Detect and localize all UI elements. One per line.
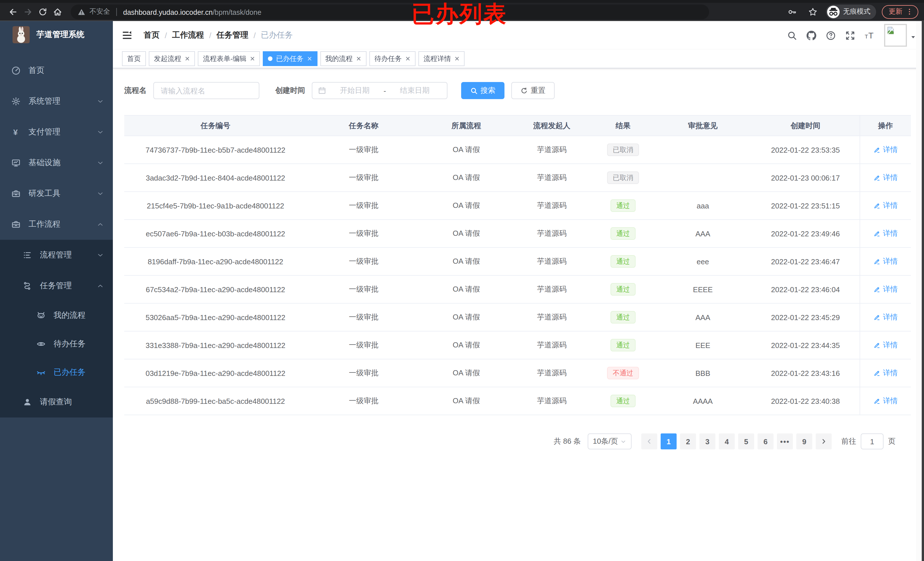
calendar-icon xyxy=(318,87,326,94)
sidebar-item-dev-tools[interactable]: 研发工具 xyxy=(0,178,113,209)
tab-process-detail[interactable]: 流程详情✕ xyxy=(418,51,465,66)
tab-my-process[interactable]: 我的流程✕ xyxy=(320,51,366,66)
breadcrumb-item[interactable]: 首页 xyxy=(144,30,160,40)
page-button-4[interactable]: 4 xyxy=(719,434,735,449)
page-button-9[interactable]: 9 xyxy=(796,434,812,449)
page-button-2[interactable]: 2 xyxy=(680,434,696,449)
pager-ellipsis[interactable]: ••• xyxy=(777,434,793,449)
process-name-label: 流程名 xyxy=(124,85,147,96)
detail-link[interactable]: 详情 xyxy=(873,172,898,183)
detail-link[interactable]: 详情 xyxy=(873,256,898,266)
column-header: 创建时间 xyxy=(751,120,860,131)
cell-comment: EEEE xyxy=(654,285,751,293)
detail-link[interactable]: 详情 xyxy=(873,145,898,155)
close-icon[interactable]: ✕ xyxy=(405,55,410,62)
cell-task-id: 74736737-7b9b-11ec-b5b7-acde48001122 xyxy=(124,145,307,154)
tab-start-process[interactable]: 发起流程✕ xyxy=(149,51,195,66)
sidebar-item-system[interactable]: 系统管理 xyxy=(0,86,113,117)
pager-prev-button[interactable] xyxy=(641,434,657,449)
cell-process: OA 请假 xyxy=(421,145,512,155)
close-icon[interactable]: ✕ xyxy=(454,55,459,62)
user-avatar[interactable] xyxy=(884,24,916,47)
cell-task-name: 一级审批 xyxy=(307,312,421,322)
sidebar-item-leave-query[interactable]: 请假查询 xyxy=(0,387,113,417)
password-key-icon[interactable] xyxy=(785,4,800,19)
cell-create-time: 2022-01-22 23:43:16 xyxy=(751,369,860,377)
fullscreen-icon[interactable] xyxy=(845,30,855,40)
window-scrollbar[interactable] xyxy=(922,21,924,561)
browser-back-icon[interactable] xyxy=(6,4,21,19)
sidebar-item-done-tasks[interactable]: 已办任务 xyxy=(0,358,113,387)
sidebar-logo-row[interactable]: 芋道管理系统 xyxy=(0,21,113,48)
reset-button[interactable]: 重置 xyxy=(511,82,555,99)
sidebar-item-my-process[interactable]: 我的流程 xyxy=(0,301,113,330)
bookmark-star-icon[interactable] xyxy=(806,4,820,19)
cell-result: 通过 xyxy=(592,339,654,352)
address-bar[interactable]: 不安全 dashboard.yudao.iocoder.cn/bpm/task/… xyxy=(70,4,709,19)
detail-link[interactable]: 详情 xyxy=(873,284,898,295)
tab-done-tasks[interactable]: 已办任务✕ xyxy=(263,51,317,66)
cell-process: OA 请假 xyxy=(421,256,512,266)
goto-page-input[interactable] xyxy=(861,434,884,449)
sidebar-item-task-mgmt[interactable]: 任务管理 xyxy=(0,271,113,301)
detail-link[interactable]: 详情 xyxy=(873,340,898,350)
search-icon[interactable] xyxy=(787,30,797,40)
sidebar-item-payment[interactable]: ¥支付管理 xyxy=(0,117,113,148)
github-icon[interactable] xyxy=(807,30,816,40)
font-size-icon[interactable]: TT xyxy=(865,30,874,40)
pen-icon xyxy=(873,146,880,154)
sidebar-item-label: 流程管理 xyxy=(40,250,97,260)
detail-link[interactable]: 详情 xyxy=(873,200,898,211)
goto-label: 前往 xyxy=(842,436,856,447)
cell-result: 通过 xyxy=(592,255,654,268)
end-date-placeholder: 结束日期 xyxy=(388,85,441,96)
status-badge: 不通过 xyxy=(607,367,639,379)
breadcrumb-item[interactable]: 工作流程 xyxy=(172,30,204,40)
tab-home[interactable]: 首页 xyxy=(122,51,146,66)
sidebar-item-process-mgmt[interactable]: 流程管理 xyxy=(0,240,113,271)
cell-starter: 芋道源码 xyxy=(512,172,592,183)
page-button-3[interactable]: 3 xyxy=(699,434,716,449)
sidebar-collapse-icon[interactable] xyxy=(122,29,135,42)
pager-next-button[interactable] xyxy=(816,434,832,449)
date-range-picker[interactable]: 开始日期 - 结束日期 xyxy=(312,82,447,99)
detail-link[interactable]: 详情 xyxy=(873,228,898,239)
breadcrumb-item: 已办任务 xyxy=(261,30,293,40)
security-warning-icon[interactable] xyxy=(78,8,86,16)
sidebar-item-workflow[interactable]: 工作流程 xyxy=(0,209,113,240)
kebab-menu-icon[interactable] xyxy=(906,8,913,15)
sidebar-item-todo-tasks[interactable]: 待办任务 xyxy=(0,330,113,358)
close-icon[interactable]: ✕ xyxy=(356,55,361,62)
tab-form-edit[interactable]: 流程表单-编辑✕ xyxy=(198,51,260,66)
close-icon[interactable]: ✕ xyxy=(184,55,190,62)
browser-home-icon[interactable] xyxy=(50,4,65,19)
update-label: 更新 xyxy=(889,7,902,16)
page-button-6[interactable]: 6 xyxy=(758,434,774,449)
close-icon[interactable]: ✕ xyxy=(250,55,255,62)
detail-link[interactable]: 详情 xyxy=(873,368,898,378)
close-icon[interactable]: ✕ xyxy=(307,55,312,62)
sidebar: 芋道管理系统 首页系统管理¥支付管理基础设施研发工具工作流程流程管理任务管理我的… xyxy=(0,21,113,561)
pen-icon xyxy=(873,370,880,377)
page-button-5[interactable]: 5 xyxy=(738,434,754,449)
page-button-1[interactable]: 1 xyxy=(661,434,676,449)
breadcrumb: 首页/工作流程/任务管理/已办任务 xyxy=(144,30,293,40)
browser-reload-icon[interactable] xyxy=(35,4,50,19)
breadcrumb-item[interactable]: 任务管理 xyxy=(217,30,249,40)
sidebar-item-label: 请假查询 xyxy=(40,397,104,407)
incognito-badge[interactable]: 无痕模式 xyxy=(826,4,876,19)
detail-link[interactable]: 详情 xyxy=(873,312,898,322)
process-name-input[interactable] xyxy=(153,82,260,99)
detail-link[interactable]: 详情 xyxy=(873,396,898,406)
caret-down-icon xyxy=(910,34,916,40)
status-badge: 通过 xyxy=(610,199,636,212)
sidebar-item-home[interactable]: 首页 xyxy=(0,55,113,86)
page-size-select[interactable]: 10条/页 xyxy=(588,434,632,449)
browser-forward-icon[interactable] xyxy=(21,4,35,19)
browser-update-button[interactable]: 更新 xyxy=(882,5,918,18)
cell-process: OA 请假 xyxy=(421,368,512,378)
search-button[interactable]: 搜索 xyxy=(461,82,504,99)
help-icon[interactable] xyxy=(826,30,836,40)
tab-todo-tasks[interactable]: 待办任务✕ xyxy=(369,51,416,66)
sidebar-item-infrastructure[interactable]: 基础设施 xyxy=(0,148,113,178)
